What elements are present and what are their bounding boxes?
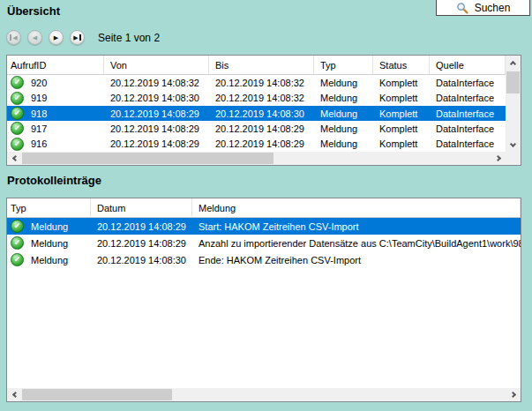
cell-aufrufid: ✔917: [7, 121, 104, 136]
first-page-button[interactable]: ◀: [6, 30, 21, 45]
cell-meldung: Anzahl zu importierender Datensätze aus …: [192, 235, 521, 251]
cell-meldung: Ende: HAKOM Zeitreihen CSV-Import: [192, 251, 521, 268]
scroll-down-button[interactable]: [506, 138, 521, 152]
overview-table: AufrufID Von Bis Typ Status Quelle ✔9202…: [6, 55, 521, 166]
search-button[interactable]: Suchen: [436, 0, 530, 16]
cell-aufrufid: ✔918: [7, 106, 104, 121]
overview-table-row[interactable]: ✔91620.12.2019 14:08:2920.12.2019 14:08:…: [7, 137, 506, 152]
cell-meldung: Start: HAKOM Zeitreihen CSV-Import: [192, 218, 521, 235]
column-header-quelle[interactable]: Quelle: [430, 56, 506, 74]
column-header-status[interactable]: Status: [373, 56, 430, 74]
scroll-up-button[interactable]: [506, 56, 521, 70]
scroll-left-button[interactable]: [7, 152, 21, 165]
first-page-icon-arrow: ◀: [12, 34, 17, 41]
cell-von: 20.12.2019 14:08:30: [104, 90, 209, 105]
overview-horizontal-scrollbar[interactable]: [7, 152, 506, 165]
cell-datum: 20.12.2019 14:08:29: [91, 218, 192, 235]
log-table-empty-area: [7, 303, 521, 389]
cell-status: Komplett: [373, 90, 430, 105]
overview-table-row[interactable]: ✔91820.12.2019 14:08:2920.12.2019 14:08:…: [7, 106, 506, 121]
cell-von: 20.12.2019 14:08:29: [104, 106, 209, 121]
cell-aufrufid: ✔919: [7, 90, 104, 105]
search-button-label: Suchen: [475, 2, 511, 14]
cell-status: Komplett: [373, 137, 430, 152]
cell-von: 20.12.2019 14:08:29: [104, 121, 209, 136]
cell-datum: 20.12.2019 14:08:30: [91, 251, 192, 268]
cell-typ-text: Meldung: [31, 255, 68, 265]
cell-von: 20.12.2019 14:08:29: [104, 137, 209, 152]
cell-von: 20.12.2019 14:08:32: [104, 75, 209, 90]
column-header-typ[interactable]: Typ: [314, 56, 373, 74]
success-icon: ✔: [11, 76, 24, 89]
scrollbar-corner: [506, 152, 521, 165]
page-title: Übersicht: [7, 4, 60, 18]
log-table-row[interactable]: ✔Meldung20.12.2019 14:08:29Anzahl zu imp…: [7, 235, 521, 251]
overview-vertical-scrollbar[interactable]: [506, 56, 521, 152]
log-table-row[interactable]: ✔Meldung20.12.2019 14:08:29Start: HAKOM …: [7, 218, 521, 235]
cell-aufrufid-text: 916: [31, 138, 47, 149]
column-header-bis[interactable]: Bis: [209, 56, 314, 74]
overview-table-row[interactable]: ✔91720.12.2019 14:08:2920.12.2019 14:08:…: [7, 121, 506, 136]
chevron-left-icon: [11, 392, 18, 398]
success-icon: ✔: [11, 138, 24, 151]
scroll-left-button[interactable]: [7, 388, 21, 401]
previous-page-button[interactable]: ◀: [27, 30, 42, 45]
page-indicator: Seite 1 von 2: [98, 32, 160, 44]
cell-typ: Meldung: [314, 106, 373, 121]
chevron-down-icon: [510, 140, 516, 146]
log-table-row[interactable]: ✔Meldung20.12.2019 14:08:30Ende: HAKOM Z…: [7, 251, 521, 268]
cell-bis: 20.12.2019 14:08:29: [209, 137, 314, 152]
cell-quelle: DataInterface: [430, 90, 506, 105]
log-table-header: Typ Datum Meldung: [7, 198, 521, 218]
log-table-body: ✔Meldung20.12.2019 14:08:29Start: HAKOM …: [7, 218, 521, 303]
chevron-right-icon: [494, 155, 500, 161]
cell-quelle: DataInterface: [430, 121, 506, 136]
cell-status: Komplett: [373, 106, 430, 121]
cell-aufrufid-text: 920: [31, 78, 47, 88]
horizontal-scrollbar-thumb[interactable]: [22, 153, 273, 164]
chevron-up-icon: [510, 61, 516, 67]
cell-quelle: DataInterface: [430, 137, 506, 152]
cell-typ: Meldung: [314, 90, 373, 105]
scroll-right-button[interactable]: [491, 152, 506, 165]
success-icon: ✔: [11, 92, 24, 105]
column-header-typ[interactable]: Typ: [7, 198, 91, 217]
scroll-right-button[interactable]: [506, 388, 521, 401]
cell-typ: Meldung: [314, 137, 373, 152]
vertical-scrollbar-thumb[interactable]: [506, 71, 520, 93]
next-page-button[interactable]: ▶: [49, 30, 64, 45]
cell-aufrufid-text: 919: [31, 93, 47, 103]
cell-aufrufid: ✔920: [7, 75, 104, 90]
cell-quelle: DataInterface: [430, 106, 506, 121]
log-section-title: Protokolleinträge: [7, 174, 101, 187]
overview-table-header: AufrufID Von Bis Typ Status Quelle: [7, 56, 506, 75]
cell-typ-text: Meldung: [31, 221, 68, 232]
overview-table-row[interactable]: ✔92020.12.2019 14:08:3220.12.2019 14:08:…: [7, 75, 506, 90]
cell-typ: ✔Meldung: [7, 218, 91, 235]
next-page-icon: ▶: [54, 34, 58, 41]
column-header-datum[interactable]: Datum: [91, 198, 192, 217]
search-icon: [456, 2, 468, 14]
overview-table-body: ✔92020.12.2019 14:08:3220.12.2019 14:08:…: [7, 75, 506, 152]
log-horizontal-scrollbar[interactable]: [7, 388, 521, 401]
overview-table-row[interactable]: ✔91920.12.2019 14:08:3020.12.2019 14:08:…: [7, 90, 506, 105]
cell-bis: 20.12.2019 14:08:32: [209, 75, 314, 90]
cell-bis: 20.12.2019 14:08:30: [209, 106, 314, 121]
horizontal-scrollbar-thumb[interactable]: [22, 389, 172, 400]
cell-bis: 20.12.2019 14:08:32: [209, 90, 314, 105]
last-page-icon-arrow: ▶: [73, 34, 78, 41]
column-header-meldung[interactable]: Meldung: [192, 198, 521, 217]
last-page-button[interactable]: ▶: [70, 30, 85, 45]
cell-aufrufid-text: 918: [31, 108, 47, 119]
log-table: Typ Datum Meldung ✔Meldung20.12.2019 14:…: [6, 198, 521, 402]
column-header-von[interactable]: Von: [104, 56, 209, 74]
chevron-left-icon: [11, 155, 18, 161]
cell-quelle: DataInterface: [430, 75, 506, 90]
cell-aufrufid: ✔916: [7, 137, 104, 152]
column-header-aufrufid[interactable]: AufrufID: [7, 56, 104, 74]
cell-typ: ✔Meldung: [7, 251, 91, 268]
cell-datum: 20.12.2019 14:08:29: [91, 235, 192, 251]
success-icon: ✔: [11, 107, 24, 120]
cell-aufrufid-text: 917: [31, 123, 47, 134]
cell-bis: 20.12.2019 14:08:29: [209, 121, 314, 136]
